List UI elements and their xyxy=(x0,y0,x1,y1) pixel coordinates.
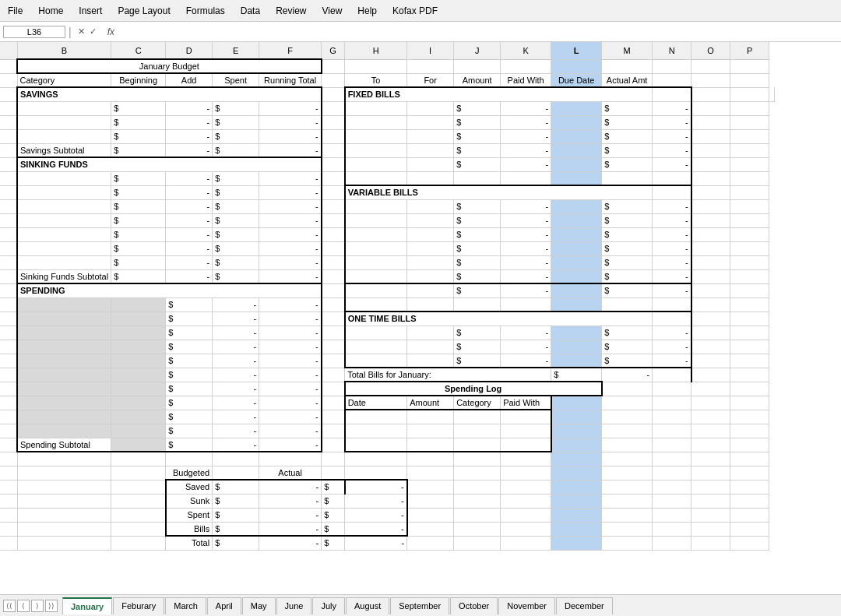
cell-D28[interactable]: $ xyxy=(166,438,213,452)
cell-P31[interactable] xyxy=(730,480,769,494)
cell-G22[interactable] xyxy=(322,354,345,368)
cell-N7[interactable]: - xyxy=(653,143,691,157)
cell-I12[interactable] xyxy=(407,213,454,227)
cell-O22[interactable] xyxy=(691,354,730,368)
cell-C26[interactable] xyxy=(111,410,166,424)
cell-K13[interactable]: - xyxy=(501,227,551,241)
cell-N3[interactable] xyxy=(691,87,730,101)
cell-D7[interactable]: - xyxy=(166,143,213,157)
cell-K6[interactable]: - xyxy=(501,129,551,143)
cell-G19[interactable] xyxy=(322,312,345,326)
cell-P12[interactable] xyxy=(730,213,769,227)
cell-P22[interactable] xyxy=(730,354,769,368)
cell-H33[interactable] xyxy=(407,508,454,522)
tab-march[interactable]: March xyxy=(165,597,206,614)
cell-G7[interactable] xyxy=(322,143,345,157)
cell-A26[interactable] xyxy=(0,410,17,424)
cell-F19[interactable]: - xyxy=(259,312,322,326)
cell-L8[interactable] xyxy=(551,157,602,171)
cell-J5[interactable]: $ xyxy=(454,115,501,129)
cell-H18[interactable] xyxy=(345,297,407,312)
cell-L25[interactable] xyxy=(551,396,602,410)
cell-I16[interactable] xyxy=(407,269,454,283)
cell-O11[interactable] xyxy=(691,199,730,213)
cell-I21[interactable] xyxy=(407,340,454,354)
cell-B32[interactable] xyxy=(17,494,111,508)
cell-J31[interactable] xyxy=(501,480,551,494)
cell-E35[interactable]: $ xyxy=(213,536,259,550)
cell-C11[interactable]: $ xyxy=(111,199,166,213)
cell-J6[interactable]: $ xyxy=(454,129,501,143)
cell-K16[interactable]: - xyxy=(501,269,551,283)
cell-E29[interactable] xyxy=(213,452,259,466)
cell-E28[interactable]: - xyxy=(213,438,259,452)
cell-H24-spendinglog[interactable]: Spending Log xyxy=(345,382,602,396)
cell-N8[interactable]: - xyxy=(653,157,691,171)
cell-J34[interactable] xyxy=(501,522,551,536)
cell-D26[interactable]: $ xyxy=(166,410,213,424)
cell-G2[interactable] xyxy=(322,73,345,87)
cell-A14[interactable] xyxy=(0,241,17,255)
menu-view[interactable]: View xyxy=(315,4,350,18)
cell-A13[interactable] xyxy=(0,227,17,241)
cell-L32[interactable] xyxy=(602,494,653,508)
cell-D2[interactable]: Add xyxy=(166,73,213,87)
cell-O5[interactable] xyxy=(691,115,730,129)
cell-G30[interactable] xyxy=(322,466,345,480)
cell-D14[interactable]: - xyxy=(166,241,213,255)
cell-I14[interactable] xyxy=(407,241,454,255)
cell-I32[interactable] xyxy=(454,494,501,508)
cell-O9[interactable] xyxy=(691,171,730,185)
cell-D33-spent[interactable]: Spent xyxy=(166,508,213,522)
cell-M31[interactable] xyxy=(653,480,691,494)
cell-M11[interactable]: $ xyxy=(602,199,653,213)
cell-O10[interactable] xyxy=(691,185,730,199)
cell-G25[interactable] xyxy=(322,396,345,410)
cell-I4[interactable] xyxy=(407,101,454,115)
cell-K1[interactable] xyxy=(501,59,551,73)
cell-O17[interactable] xyxy=(691,283,730,297)
cell-J32[interactable] xyxy=(501,494,551,508)
cell-N10[interactable] xyxy=(653,185,691,199)
cell-B13[interactable] xyxy=(17,227,111,241)
menu-formulas[interactable]: Formulas xyxy=(178,4,233,18)
cell-N28[interactable] xyxy=(653,438,691,452)
cell-P26[interactable] xyxy=(730,410,769,424)
cell-B35[interactable] xyxy=(17,536,111,550)
cell-I6[interactable] xyxy=(407,129,454,143)
cell-F28[interactable]: - xyxy=(259,438,322,452)
cell-K17[interactable]: - xyxy=(501,283,551,297)
cell-D31-saved[interactable]: Saved xyxy=(166,480,213,494)
cell-A18[interactable] xyxy=(0,297,17,312)
cell-N32[interactable] xyxy=(691,494,730,508)
cell-F16[interactable]: - xyxy=(259,269,322,283)
cell-F6[interactable]: - xyxy=(259,129,322,143)
cell-A15[interactable] xyxy=(0,255,17,269)
cell-C23[interactable] xyxy=(111,368,166,382)
col-header-K[interactable]: K xyxy=(501,42,551,59)
cell-E34v[interactable]: - xyxy=(259,522,322,536)
cell-B3-savings[interactable]: SAVINGS xyxy=(17,87,322,101)
cell-N17[interactable]: - xyxy=(653,283,691,297)
cell-O29[interactable] xyxy=(691,452,730,466)
cell-C27[interactable] xyxy=(111,424,166,438)
cell-M7[interactable]: $ xyxy=(602,143,653,157)
cell-P18[interactable] xyxy=(730,297,769,312)
cell-B19[interactable] xyxy=(17,312,111,326)
cell-G8[interactable] xyxy=(322,157,345,171)
cell-G4[interactable] xyxy=(322,101,345,115)
cell-C12[interactable]: $ xyxy=(111,213,166,227)
cell-K30[interactable] xyxy=(501,466,551,480)
cell-M24[interactable] xyxy=(602,382,653,396)
cell-N22[interactable]: - xyxy=(653,354,691,368)
cell-K7[interactable]: - xyxy=(501,143,551,157)
cell-B2[interactable]: Category xyxy=(17,73,111,87)
cell-J14[interactable]: $ xyxy=(454,241,501,255)
cell-G12[interactable] xyxy=(322,213,345,227)
cell-C33[interactable] xyxy=(111,508,166,522)
cell-M34[interactable] xyxy=(653,522,691,536)
cell-J16[interactable]: $ xyxy=(454,269,501,283)
cell-O26[interactable] xyxy=(691,410,730,424)
cell-F2[interactable]: Running Total xyxy=(259,73,322,87)
cell-G28[interactable] xyxy=(322,438,345,452)
